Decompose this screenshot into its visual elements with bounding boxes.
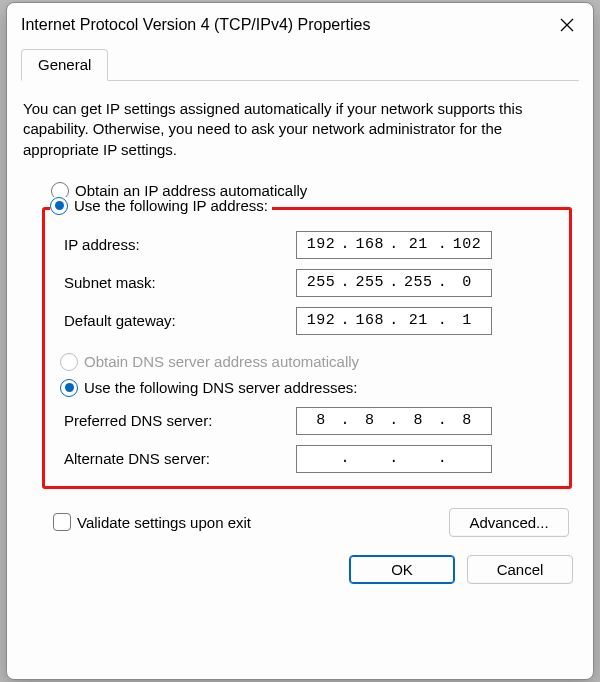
close-icon (560, 18, 574, 32)
close-button[interactable] (547, 11, 587, 39)
radio-icon (60, 353, 78, 371)
alternate-dns-label: Alternate DNS server: (60, 450, 296, 467)
validate-label: Validate settings upon exit (77, 514, 251, 531)
description-text: You can get IP settings assigned automat… (23, 99, 577, 160)
radio-ip-manual-label: Use the following IP address: (74, 197, 268, 214)
alternate-dns-input[interactable]: . . . (296, 445, 492, 473)
radio-ip-manual[interactable]: Use the following IP address: (50, 197, 272, 215)
ip-address-input[interactable]: 192. 168. 21. 102 (296, 231, 492, 259)
titlebar: Internet Protocol Version 4 (TCP/IPv4) P… (7, 3, 593, 47)
radio-dns-auto-label: Obtain DNS server address automatically (84, 353, 359, 370)
ok-button[interactable]: OK (349, 555, 455, 584)
validate-checkbox[interactable] (53, 513, 71, 531)
preferred-dns-label: Preferred DNS server: (60, 412, 296, 429)
ip-fieldset: Use the following IP address: IP address… (43, 208, 571, 488)
radio-icon (50, 197, 68, 215)
radio-icon (60, 379, 78, 397)
window-title: Internet Protocol Version 4 (TCP/IPv4) P… (21, 16, 547, 34)
radio-dns-manual[interactable]: Use the following DNS server addresses: (60, 379, 554, 397)
cancel-button[interactable]: Cancel (467, 555, 573, 584)
default-gateway-label: Default gateway: (60, 312, 296, 329)
tabstrip: General (21, 49, 579, 81)
tab-general[interactable]: General (21, 49, 108, 81)
subnet-mask-input[interactable]: 255. 255. 255. 0 (296, 269, 492, 297)
radio-dns-manual-label: Use the following DNS server addresses: (84, 379, 357, 396)
preferred-dns-input[interactable]: 8. 8. 8. 8 (296, 407, 492, 435)
radio-dns-auto: Obtain DNS server address automatically (60, 353, 554, 371)
advanced-button[interactable]: Advanced... (449, 508, 569, 537)
default-gateway-input[interactable]: 192. 168. 21. 1 (296, 307, 492, 335)
dialog-window: Internet Protocol Version 4 (TCP/IPv4) P… (6, 2, 594, 680)
ip-address-label: IP address: (60, 236, 296, 253)
subnet-mask-label: Subnet mask: (60, 274, 296, 291)
